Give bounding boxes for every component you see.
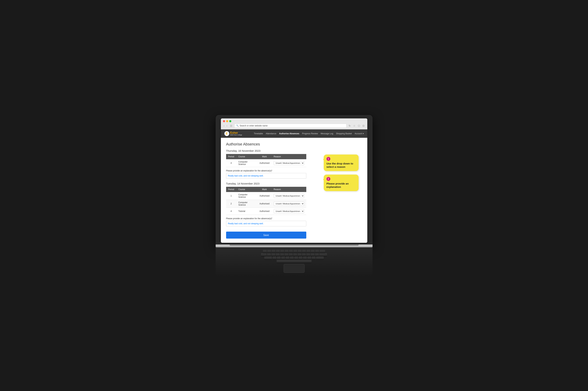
- cell-course: Tutorial: [236, 207, 257, 215]
- callout-bubble-2: 2 Please provide an explanation: [324, 175, 359, 191]
- callout-text-2: Please provide an explanation: [327, 182, 356, 189]
- callout-number-2: 2: [327, 177, 330, 181]
- key: [264, 257, 272, 259]
- key: [312, 257, 316, 259]
- callout-bubble-1: 1 Use the drop down to select a reason: [324, 155, 359, 171]
- key: [299, 257, 302, 259]
- browser-nav-row: ‹ › ⊡ 🔍 Search or enter website name ↻ ☆…: [223, 124, 365, 128]
- close-button[interactable]: [223, 120, 225, 122]
- section-date-1: Thursday, 16 November 2023: [226, 149, 306, 152]
- nav-arrows: ‹ ›: [223, 124, 228, 127]
- key: [261, 253, 266, 256]
- reason-select-1-1[interactable]: Unwell / Medical Appointment Family Holi…: [274, 161, 304, 165]
- keyboard-grid: [219, 250, 369, 263]
- nav-progress-review[interactable]: Progress Review: [302, 132, 318, 135]
- share-button[interactable]: ⬡: [357, 124, 361, 127]
- nav-shopping-basket[interactable]: Shopping Basket: [336, 132, 352, 135]
- forward-button[interactable]: ›: [226, 124, 228, 127]
- explanation-label-2: Please provide an explanation for the ab…: [226, 217, 306, 220]
- reason-select-2-2[interactable]: Unwell / Medical Appointment Family Holi…: [274, 201, 304, 206]
- col-header-course-2: Course: [236, 187, 257, 192]
- reload-button[interactable]: ↻: [348, 124, 351, 127]
- key: [263, 250, 267, 253]
- col-header-period-2: Period: [226, 187, 236, 192]
- cell-mark: Authorised: [257, 200, 271, 207]
- nav-message-log[interactable]: Message Log: [321, 132, 333, 135]
- key: [272, 250, 275, 253]
- section-date-2: Tuesday, 14 November 2023: [226, 182, 306, 185]
- nav-account[interactable]: Account ▾: [355, 132, 364, 135]
- save-button[interactable]: Save: [226, 232, 306, 239]
- new-tab-button[interactable]: ⊡: [362, 124, 365, 127]
- key-row-2: [261, 253, 327, 256]
- table-row: 4 Computer Science Authorised Unwell / M…: [226, 159, 306, 167]
- key: [277, 257, 281, 259]
- key: [303, 257, 307, 259]
- nav-attendance[interactable]: Attendance: [266, 132, 276, 135]
- cell-mark: Authorised: [257, 192, 271, 200]
- account-chevron-icon: ▾: [363, 132, 364, 135]
- cell-reason: Unwell / Medical Appointment Family Holi…: [272, 207, 306, 215]
- reason-select-2-1[interactable]: Unwell / Medical Appointment Family Holi…: [274, 194, 304, 198]
- key: [272, 257, 276, 259]
- cell-mark: Authorised: [257, 159, 271, 167]
- table-row: 2 Computer Science Authorised Unwell / M…: [226, 200, 306, 207]
- key: [276, 250, 280, 253]
- nav-authorise-absences[interactable]: Authorise Absences: [279, 132, 299, 135]
- explanation-label-1: Please provide an explanation for the ab…: [226, 170, 306, 172]
- key: [306, 253, 310, 256]
- key: [280, 253, 284, 256]
- nav-timetable[interactable]: Timetable: [254, 132, 263, 135]
- site-logo[interactable]: E Esher Sixth Form College: [224, 131, 242, 136]
- search-icon: 🔍: [236, 124, 239, 127]
- cell-period: 2: [226, 200, 236, 207]
- col-header-reason-2: Reason: [272, 187, 306, 192]
- explanation-input-1[interactable]: [226, 173, 306, 179]
- table-row: 1 Computer Science Authorised Unwell / M…: [226, 192, 306, 200]
- key: [286, 257, 289, 259]
- key: [315, 253, 319, 256]
- key: [298, 250, 302, 253]
- cell-reason: Unwell / Medical Appointment Family Holi…: [272, 200, 306, 207]
- key: [311, 253, 315, 256]
- key: [280, 250, 284, 253]
- browser-window: ‹ › ⊡ 🔍 Search or enter website name ↻ ☆…: [221, 118, 367, 243]
- absence-section-2: Tuesday, 14 November 2023 Period Course …: [226, 182, 306, 230]
- key: [307, 257, 311, 259]
- laptop-wrapper: ‹ › ⊡ 🔍 Search or enter website name ↻ ☆…: [216, 115, 373, 276]
- key: [298, 253, 301, 256]
- reason-select-2-3[interactable]: Unwell / Medical Appointment Family Holi…: [274, 209, 304, 213]
- table-row: 4 Tutorial Authorised Unwell / Medical A…: [226, 207, 306, 215]
- maximize-button[interactable]: [229, 120, 231, 122]
- trackpad-area: [219, 264, 369, 273]
- cell-mark: Authorised: [257, 207, 271, 215]
- explanation-input-2[interactable]: [226, 221, 306, 226]
- absence-table-2: Period Course Mark Reason 1: [226, 187, 306, 215]
- site-nav: E Esher Sixth Form College Timetable Att…: [221, 129, 367, 138]
- key-row-3: [264, 257, 324, 259]
- key: [276, 253, 280, 256]
- cell-period: 1: [226, 192, 236, 200]
- cell-course: Computer Science: [236, 192, 257, 200]
- key: [267, 253, 271, 256]
- callout-area: 1 Use the drop down to select a reason 2…: [324, 155, 359, 191]
- minimize-button[interactable]: [226, 120, 228, 122]
- address-bar[interactable]: 🔍 Search or enter website name: [234, 124, 346, 128]
- key-row-1: [263, 250, 325, 253]
- key: [307, 250, 310, 253]
- logo-letter: E: [226, 132, 228, 135]
- main-content: Thursday, 16 November 2023 Period Course…: [226, 149, 306, 239]
- key: [284, 253, 288, 256]
- callout-number-1: 1: [327, 157, 330, 161]
- col-header-mark-2: Mark: [257, 187, 271, 192]
- col-header-reason: Reason: [272, 154, 306, 159]
- back-button[interactable]: ‹: [223, 124, 225, 127]
- absence-section-1: Thursday, 16 November 2023 Period Course…: [226, 149, 306, 182]
- trackpad[interactable]: [284, 264, 305, 273]
- laptop-bottom: [216, 245, 373, 247]
- laptop-hinge: [230, 245, 359, 246]
- bookmark-button[interactable]: ☆: [352, 124, 356, 127]
- absence-table-1: Period Course Mark Reason 4: [226, 154, 306, 167]
- key: [290, 257, 294, 259]
- key-row-4: [277, 260, 312, 263]
